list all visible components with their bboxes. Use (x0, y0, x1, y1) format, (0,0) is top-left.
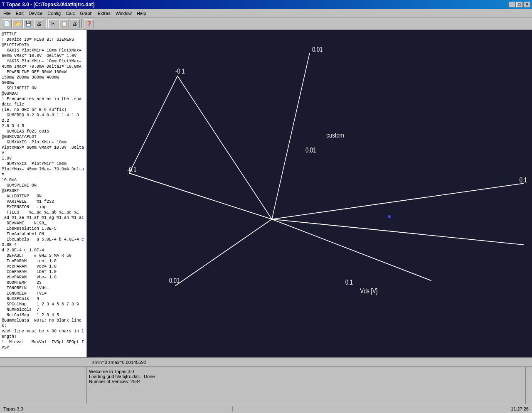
svg-text:0.01: 0.01 (312, 46, 323, 53)
svg-text:0.01: 0.01 (169, 277, 180, 284)
window-title: Topas 3.0 - [C:\Topas3.0\dat\bjtrc.dat] (6, 2, 94, 7)
status-zmin: zmin=0 zmax=0.00145592 (0, 357, 532, 366)
toolbar-new[interactable]: 📄 (2, 19, 12, 28)
app-icon: T (2, 2, 5, 7)
toolbar-copy[interactable]: 📋 (59, 19, 69, 28)
close-button[interactable]: ✕ (524, 2, 530, 7)
svg-rect-0 (87, 30, 532, 357)
toolbar-open[interactable]: 📂 (12, 19, 22, 28)
toolbar-save[interactable]: 💾 (23, 19, 33, 28)
graph-area[interactable]: -0.1 -0.1 0.01 custom 0.01 0.01 0.1 0.1 … (87, 30, 532, 357)
menu-extras[interactable]: Extras (95, 10, 113, 17)
log-messages[interactable]: Welcome to Topas 3.0 Loading grid file b… (87, 366, 532, 404)
menu-config[interactable]: Config (45, 10, 63, 17)
menu-edit[interactable]: Edit (13, 10, 26, 17)
toolbar-sep-2 (81, 20, 82, 28)
topas-label: Topas 3.0 (0, 406, 233, 411)
svg-text:0.1: 0.1 (520, 177, 527, 184)
title-bar-left: T Topas 3.0 - [C:\Topas3.0\dat\bjtrc.dat… (2, 2, 95, 7)
toolbar-print-preview[interactable]: 🖨 (34, 19, 44, 28)
log-left-panel (0, 366, 87, 404)
left-panel-text[interactable]: @TITLE ! Device_ID= N198 BJT SIEMENS @PL… (0, 30, 86, 350)
left-panel: @TITLE ! Device_ID= N198 BJT SIEMENS @PL… (0, 30, 87, 357)
menu-window[interactable]: Window (113, 10, 134, 17)
maximize-button[interactable]: □ (516, 2, 523, 7)
toolbar-help[interactable]: ❓ (84, 19, 94, 28)
log-line-3: Loading grid file bjtrc.dat... Done. (89, 374, 530, 379)
toolbar: 📄 📂 💾 🖨 ✂ 📋 🖨 ❓ (0, 17, 532, 30)
svg-point-10 (388, 215, 391, 218)
svg-point-9 (271, 218, 273, 220)
svg-text:-0.1: -0.1 (175, 67, 185, 74)
svg-text:custom: custom (326, 131, 344, 138)
graph-svg: -0.1 -0.1 0.01 custom 0.01 0.01 0.1 0.1 … (87, 30, 532, 357)
minimize-button[interactable]: _ (509, 2, 515, 7)
status-zmin-text: zmin=0 zmax=0.00145592 (89, 360, 530, 365)
title-bar-buttons: _ □ ✕ (509, 2, 530, 7)
log-line-4: Number of Vertices: 2584 (89, 379, 530, 384)
log-area: Welcome to Topas 3.0 Loading grid file b… (0, 366, 532, 404)
svg-text:0.1: 0.1 (345, 279, 353, 286)
log-line-1: Welcome to Topas 3.0 (89, 369, 530, 374)
svg-text:0.01: 0.01 (305, 147, 316, 154)
svg-text:Vds [V]: Vds [V] (360, 288, 377, 295)
main-content: @TITLE ! Device_ID= N198 BJT SIEMENS @PL… (0, 30, 532, 357)
menu-graph[interactable]: Graph (77, 10, 95, 17)
final-status-bar: Topas 3.0 11:27:26 (0, 404, 532, 413)
toolbar-sep-1 (46, 20, 47, 28)
menu-file[interactable]: File (1, 10, 13, 17)
toolbar-cut[interactable]: ✂ (48, 19, 58, 28)
menu-help[interactable]: Help (134, 10, 149, 17)
toolbar-print[interactable]: 🖨 (70, 19, 80, 28)
time-display: 11:27:26 (233, 406, 532, 411)
menu-calc[interactable]: Calc (63, 10, 77, 17)
menu-bar: File Edit Device Config Calc Graph Extra… (0, 9, 532, 17)
menu-device[interactable]: Device (26, 10, 45, 17)
log-scrollbar[interactable] (525, 367, 532, 404)
svg-text:-0.1: -0.1 (127, 166, 137, 173)
title-bar: T Topas 3.0 - [C:\Topas3.0\dat\bjtrc.dat… (0, 0, 532, 9)
